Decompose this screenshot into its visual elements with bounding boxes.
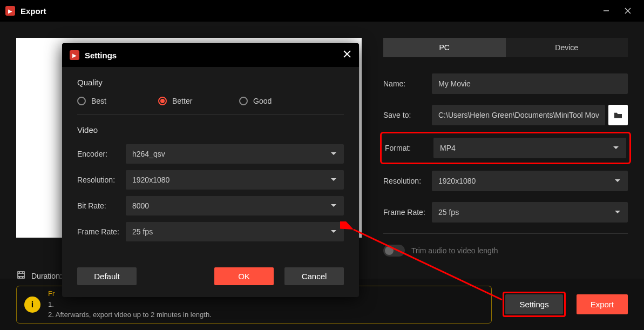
browse-button[interactable] xyxy=(608,105,628,125)
radio-good[interactable]: Good xyxy=(239,97,320,105)
trim-label: Trim audio to video length xyxy=(411,246,498,255)
radio-best-label: Best xyxy=(91,97,106,105)
modal-titlebar: ▶ Settings xyxy=(62,43,359,67)
export-button[interactable]: Export xyxy=(577,294,628,314)
app-logo-icon: ▶ xyxy=(70,50,79,60)
resolution-select[interactable]: 1920x1080 xyxy=(432,171,628,191)
resolution-label: Resolution: xyxy=(383,177,432,185)
quality-heading: Quality xyxy=(77,78,344,87)
modal-framerate-select[interactable]: 25 fps xyxy=(126,222,344,241)
modal-resolution-select[interactable]: 1920x1080 xyxy=(126,170,344,190)
encoder-value: h264_qsv xyxy=(132,150,165,158)
radio-dot-icon xyxy=(158,97,167,105)
radio-best[interactable]: Best xyxy=(77,97,158,105)
chevron-down-icon xyxy=(614,177,621,185)
modal-title: Settings xyxy=(85,51,343,60)
chevron-down-icon xyxy=(330,201,337,210)
titlebar: ▶ Export xyxy=(0,0,644,22)
name-input[interactable] xyxy=(432,73,628,94)
chevron-down-icon xyxy=(330,176,337,184)
notice-line2: 2. Afterwards, export video up to 2 minu… xyxy=(48,309,212,320)
saveto-row: Save to: xyxy=(383,105,628,125)
resolution-value: 1920x1080 xyxy=(438,177,476,185)
default-button[interactable]: Default xyxy=(77,267,137,285)
close-button[interactable] xyxy=(617,0,639,22)
target-tabs: PC Device xyxy=(383,38,628,57)
divider xyxy=(383,233,628,234)
format-value: MP4 xyxy=(440,144,456,152)
radio-dot-icon xyxy=(239,97,248,105)
window-title: Export xyxy=(21,6,595,16)
radio-dot-icon xyxy=(77,97,86,105)
trim-row: Trim audio to video length xyxy=(383,245,628,257)
settings-modal: ▶ Settings Quality Best Better Good Vide… xyxy=(62,43,359,297)
divider xyxy=(77,114,344,115)
settings-button[interactable]: Settings xyxy=(505,294,562,314)
format-row: Format: MP4 xyxy=(385,138,626,158)
encoder-row: Encoder: h264_qsv xyxy=(77,144,344,164)
radio-better[interactable]: Better xyxy=(158,97,239,105)
ok-button[interactable]: OK xyxy=(214,267,274,285)
modal-footer: Default OK Cancel xyxy=(62,259,359,297)
modal-framerate-value: 25 fps xyxy=(132,227,153,236)
modal-resolution-row: Resolution: 1920x1080 xyxy=(77,170,344,190)
notice-line1: 1. xyxy=(48,299,212,310)
radio-good-label: Good xyxy=(253,97,272,105)
resolution-row: Resolution: 1920x1080 xyxy=(383,171,628,191)
saveto-label: Save to: xyxy=(383,111,432,119)
modal-close-button[interactable] xyxy=(343,50,351,60)
tab-device[interactable]: Device xyxy=(506,38,628,57)
modal-resolution-value: 1920x1080 xyxy=(132,176,170,184)
framerate-select[interactable]: 25 fps xyxy=(432,202,628,223)
quality-radios: Best Better Good xyxy=(77,97,344,105)
format-label: Format: xyxy=(385,144,433,152)
cancel-button[interactable]: Cancel xyxy=(284,267,344,285)
modal-body: Quality Best Better Good Video Encoder: … xyxy=(62,67,359,259)
bitrate-select[interactable]: 8000 xyxy=(126,196,344,215)
name-label: Name: xyxy=(383,79,432,88)
trim-toggle[interactable] xyxy=(383,245,405,257)
modal-resolution-label: Resolution: xyxy=(77,176,126,184)
bitrate-row: Bit Rate: 8000 xyxy=(77,196,344,215)
format-highlight-annotation: Format: MP4 xyxy=(380,132,631,164)
encoder-label: Encoder: xyxy=(77,150,126,158)
chevron-down-icon xyxy=(330,150,337,158)
settings-highlight-annotation: Settings xyxy=(503,292,565,317)
radio-better-label: Better xyxy=(172,97,192,105)
tab-pc[interactable]: PC xyxy=(383,38,506,57)
minimize-button[interactable] xyxy=(595,0,617,22)
modal-framerate-label: Frame Rate: xyxy=(77,227,126,236)
modal-framerate-row: Frame Rate: 25 fps xyxy=(77,222,344,241)
framerate-value: 25 fps xyxy=(438,208,459,217)
name-row: Name: xyxy=(383,73,628,94)
framerate-label: Frame Rate: xyxy=(383,208,432,217)
chevron-down-icon xyxy=(614,208,621,217)
framerate-row: Frame Rate: 25 fps xyxy=(383,202,628,223)
app-logo-icon: ▶ xyxy=(5,6,15,16)
video-heading: Video xyxy=(77,125,344,134)
warning-icon: i xyxy=(24,297,40,313)
bitrate-label: Bit Rate: xyxy=(77,201,126,210)
format-select[interactable]: MP4 xyxy=(433,138,626,158)
saveto-input[interactable] xyxy=(432,105,605,125)
chevron-down-icon xyxy=(330,227,337,236)
chevron-down-icon xyxy=(612,144,620,152)
encoder-select[interactable]: h264_qsv xyxy=(126,144,344,164)
bitrate-value: 8000 xyxy=(132,201,149,210)
